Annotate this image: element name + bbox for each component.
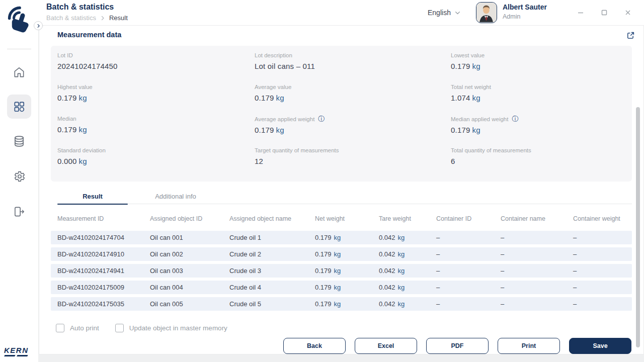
table-row: BD-w24102024174941Oil can 003Crude oil 3… [51, 264, 632, 278]
sidebar: KERN [0, 0, 38, 362]
checkbox-update-object-in-master-memory[interactable]: Update object in master memory [115, 324, 227, 332]
chevron-right-icon [100, 15, 106, 21]
stat-field: Lowest value0.179kg [451, 52, 632, 84]
sidebar-expand-button[interactable] [34, 21, 43, 30]
stat-value-number: 0.179 [451, 126, 470, 134]
stat-value-number: 0.000 [57, 157, 77, 165]
minimize-icon[interactable] [577, 9, 585, 17]
pdf-button[interactable]: PDF [426, 338, 489, 354]
user-menu[interactable]: Albert Sauter Admin [476, 2, 547, 23]
stat-value-number: 0.179 [255, 126, 274, 134]
column-header: Tare weight [379, 215, 436, 222]
stat-value-unit: kg [276, 94, 284, 102]
stat-value: 6 [451, 157, 632, 165]
cell-number: 0.179 [315, 300, 332, 308]
stat-label: Average applied weightⓘ [255, 116, 451, 122]
maximize-icon[interactable] [600, 9, 608, 17]
stat-label: Median [57, 116, 255, 122]
sidebar-item-apps[interactable] [7, 95, 31, 119]
stat-value-number: 1.074 [451, 94, 470, 102]
checkbox-box[interactable] [56, 324, 64, 332]
table-cell: Oil can 002 [150, 250, 229, 258]
stat-value-number: 20241024174450 [57, 62, 118, 70]
back-button[interactable]: Back [283, 338, 346, 354]
stat-value-number: 12 [255, 157, 263, 165]
close-icon[interactable] [624, 9, 632, 17]
save-button[interactable]: Save [569, 338, 631, 354]
table-cell: Crude oil 1 [229, 234, 315, 241]
cell-unit: kg [398, 234, 405, 241]
tabbar: ResultAdditional info [57, 193, 632, 204]
page-title: Batch & statistics [46, 3, 114, 12]
vertical-scrollbar[interactable] [636, 107, 640, 347]
tab-result[interactable]: Result [57, 193, 128, 204]
breadcrumb: Batch & statistics Result [46, 14, 128, 22]
checkbox-box[interactable] [115, 324, 124, 332]
stat-field: Median applied weightⓘ0.179kg [451, 116, 632, 147]
user-info: Albert Sauter Admin [503, 2, 547, 23]
cell-unit: kg [398, 284, 405, 291]
table-cell: – [573, 300, 632, 308]
checkbox-auto-print[interactable]: Auto print [56, 324, 99, 332]
table-cell: BD-w24102024174941 [57, 267, 150, 275]
breadcrumb-current: Result [109, 14, 128, 22]
expand-panel-icon[interactable] [626, 31, 635, 42]
cell-unit: kg [334, 267, 341, 275]
stat-label: Total quantity of measurements [451, 147, 632, 153]
stat-field: Average value0.179kg [255, 84, 451, 116]
stat-field: Target quantity of measurements12 [255, 147, 451, 179]
sidebar-item-database[interactable] [7, 129, 31, 153]
user-role: Admin [503, 13, 547, 20]
stat-value: 0.179kg [255, 94, 451, 102]
kern-wordmark: KERN [4, 346, 29, 354]
table-body: BD-w24102024174704Oil can 001Crude oil 1… [51, 231, 632, 314]
cell-number: 0.179 [315, 284, 332, 291]
cell-number: 0.179 [315, 267, 332, 275]
kern-logo: KERN [4, 346, 29, 356]
measurement-data-panel: Measurement data Lot ID20241024174450Lot… [39, 25, 644, 354]
column-header: Assigned object ID [150, 215, 229, 222]
stat-value: 1.074kg [451, 94, 632, 102]
sidebar-item-settings[interactable] [7, 164, 31, 189]
table-cell: BD-w24102024175009 [57, 284, 150, 291]
table-cell: 0.179kg [315, 300, 379, 308]
table-cell: – [501, 300, 573, 308]
table-cell: 0.179kg [315, 250, 379, 258]
stat-label: Lot ID [57, 52, 255, 58]
table-cell: – [573, 267, 632, 275]
print-button[interactable]: Print [498, 338, 560, 354]
stat-field: Lot ID20241024174450 [57, 52, 255, 84]
stat-value-number: Lot oil cans – 011 [255, 62, 315, 70]
stat-label: Average value [255, 84, 451, 90]
stat-field: Standard deviation0.000kg [57, 147, 255, 179]
table-cell: BD-w24102024174704 [57, 234, 150, 241]
stat-value: 0.179kg [451, 126, 632, 134]
tab-additional-info[interactable]: Additional info [128, 193, 223, 204]
table-cell: – [501, 234, 573, 241]
cell-unit: kg [398, 250, 405, 258]
stat-value-unit: kg [79, 157, 87, 165]
sidebar-item-logout[interactable] [7, 200, 31, 224]
cell-number: 0.042 [379, 300, 395, 308]
language-selector[interactable]: English [428, 0, 461, 25]
stat-value: 0.179kg [451, 62, 632, 70]
excel-button[interactable]: Excel [355, 338, 417, 354]
info-icon[interactable]: ⓘ [512, 116, 518, 122]
table-cell: Oil can 003 [150, 267, 229, 275]
info-icon[interactable]: ⓘ [318, 116, 325, 122]
breadcrumb-parent[interactable]: Batch & statistics [46, 14, 96, 22]
stat-label: Target quantity of measurements [255, 147, 451, 153]
stat-value: 0.179kg [255, 126, 451, 134]
stat-field: Total quantity of measurements6 [451, 147, 632, 179]
sidebar-item-home[interactable] [7, 60, 31, 84]
stat-value: 0.000kg [57, 157, 255, 165]
stat-label: Lot description [255, 52, 451, 58]
table-cell: – [501, 284, 573, 291]
app-logo-touch-icon [5, 5, 34, 38]
action-buttons: BackExcelPDFPrintSave [283, 338, 631, 354]
table-row: BD-w24102024175035Oil can 005Crude oil 5… [51, 297, 632, 311]
stat-label: Total net weight [451, 84, 632, 90]
table-cell: – [573, 234, 632, 241]
table-cell: – [436, 234, 501, 241]
table-cell: Crude oil 5 [229, 300, 315, 308]
